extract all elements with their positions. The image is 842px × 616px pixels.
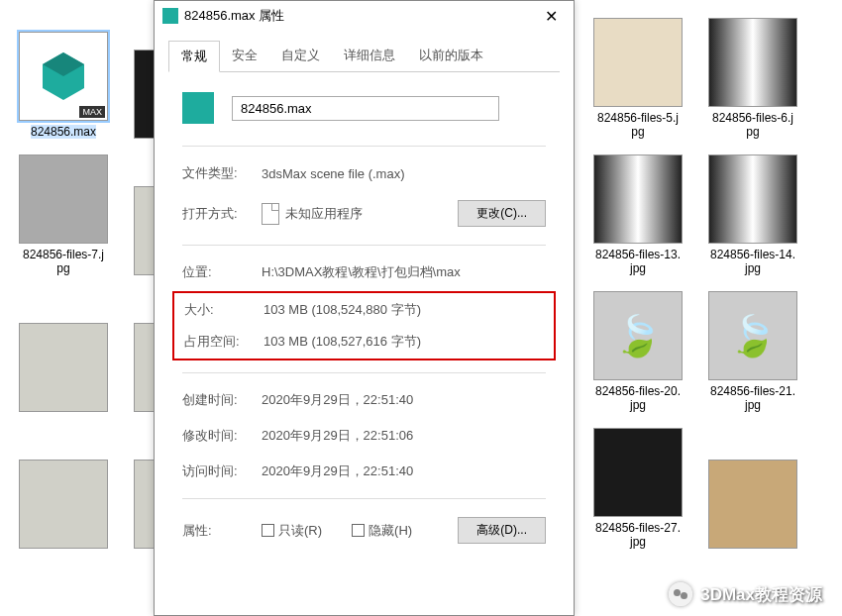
file-thumbnail <box>593 154 683 244</box>
tab-strip: 常规安全自定义详细信息以前的版本 <box>168 41 560 72</box>
dialog-title: 824856.max 属性 <box>184 7 284 25</box>
location-label: 位置: <box>182 263 262 281</box>
modified-value: 2020年9月29日，22:51:06 <box>262 427 546 445</box>
file-item[interactable]: 824856-files-27. jpg <box>584 420 691 549</box>
file-label: 824856-files-5.j pg <box>597 111 679 139</box>
hidden-checkbox[interactable]: 隐藏(H) <box>352 522 412 540</box>
diskspace-value: 103 MB (108,527,616 字节) <box>263 333 544 351</box>
file-item[interactable] <box>699 420 806 549</box>
file-thumbnail <box>19 154 108 244</box>
file-label: 824856-files-13. jpg <box>595 248 681 275</box>
readonly-checkbox[interactable]: 只读(R) <box>262 522 322 540</box>
watermark-text: 3DMax教程资源 <box>700 583 822 606</box>
close-button[interactable]: ✕ <box>536 4 566 28</box>
wechat-icon <box>669 582 692 606</box>
file-label: 824856-files-27. jpg <box>595 521 681 549</box>
file-label: 824856-files-14. jpg <box>710 248 795 275</box>
tab-content: 文件类型: 3dsMax scene file (.max) 打开方式: 未知应… <box>155 72 574 581</box>
file-thumbnail <box>593 18 683 107</box>
file-label: 824856-files-20. jpg <box>595 384 681 412</box>
unknown-app-icon <box>262 203 279 225</box>
app-icon <box>162 8 178 24</box>
openwith-label: 打开方式: <box>182 205 262 223</box>
filename-input[interactable] <box>232 96 499 121</box>
file-thumbnail <box>708 460 797 549</box>
openwith-value: 未知应用程序 <box>285 205 363 223</box>
file-item[interactable]: 824856-files-5.j pg <box>584 10 691 139</box>
properties-dialog: 824856.max 属性 ✕ 常规安全自定义详细信息以前的版本 文件类型: 3… <box>154 0 575 616</box>
attributes-label: 属性: <box>182 522 262 540</box>
file-item[interactable] <box>10 283 117 412</box>
titlebar: 824856.max 属性 ✕ <box>155 1 574 31</box>
advanced-button[interactable]: 高级(D)... <box>458 517 546 544</box>
size-label: 大小: <box>184 301 263 319</box>
file-label: 824856.max <box>31 125 96 139</box>
file-label: 824856-files-6.j pg <box>712 111 793 139</box>
tab[interactable]: 详细信息 <box>332 41 407 71</box>
filetype-label: 文件类型: <box>182 164 262 182</box>
tab[interactable]: 以前的版本 <box>407 41 495 71</box>
accessed-value: 2020年9月29日，22:51:40 <box>262 462 546 480</box>
filetype-value: 3dsMax scene file (.max) <box>262 166 546 181</box>
diskspace-label: 占用空间: <box>184 333 263 351</box>
file-item[interactable]: 824856-files-14. jpg <box>699 147 806 275</box>
file-thumbnail: 🍃 <box>708 291 797 380</box>
modified-label: 修改时间: <box>182 427 262 445</box>
file-item[interactable] <box>10 420 117 549</box>
tab[interactable]: 安全 <box>220 41 269 71</box>
file-thumbnail: MAX <box>19 32 108 121</box>
file-item[interactable]: 824856-files-7.j pg <box>10 147 117 275</box>
file-item[interactable]: 🍃824856-files-20. jpg <box>584 283 691 412</box>
file-item[interactable]: 824856-files-6.j pg <box>699 10 806 139</box>
file-thumbnail: 🍃 <box>593 291 683 380</box>
watermark: 3DMax教程资源 <box>669 582 822 606</box>
file-thumbnail <box>593 428 683 517</box>
file-thumbnail <box>708 154 797 244</box>
file-label: 824856-files-21. jpg <box>710 384 795 412</box>
file-thumbnail <box>19 323 108 412</box>
change-button[interactable]: 更改(C)... <box>458 200 546 227</box>
file-label: 824856-files-7.j pg <box>23 248 104 275</box>
accessed-label: 访问时间: <box>182 462 262 480</box>
file-item[interactable]: 824856-files-13. jpg <box>584 147 691 275</box>
filetype-icon <box>182 92 214 124</box>
location-value: H:\3DMAX教程\教程\打包归档\max <box>262 263 546 281</box>
created-value: 2020年9月29日，22:51:40 <box>262 391 546 409</box>
file-thumbnail <box>708 18 797 107</box>
file-item[interactable]: MAX824856.max <box>10 10 117 139</box>
highlighted-size-box: 大小: 103 MB (108,524,880 字节) 占用空间: 103 MB… <box>172 291 556 360</box>
tab[interactable]: 常规 <box>168 41 220 72</box>
created-label: 创建时间: <box>182 391 262 409</box>
file-thumbnail <box>19 460 108 549</box>
file-item[interactable]: 🍃824856-files-21. jpg <box>699 283 806 412</box>
tab[interactable]: 自定义 <box>269 41 332 71</box>
size-value: 103 MB (108,524,880 字节) <box>263 301 544 319</box>
